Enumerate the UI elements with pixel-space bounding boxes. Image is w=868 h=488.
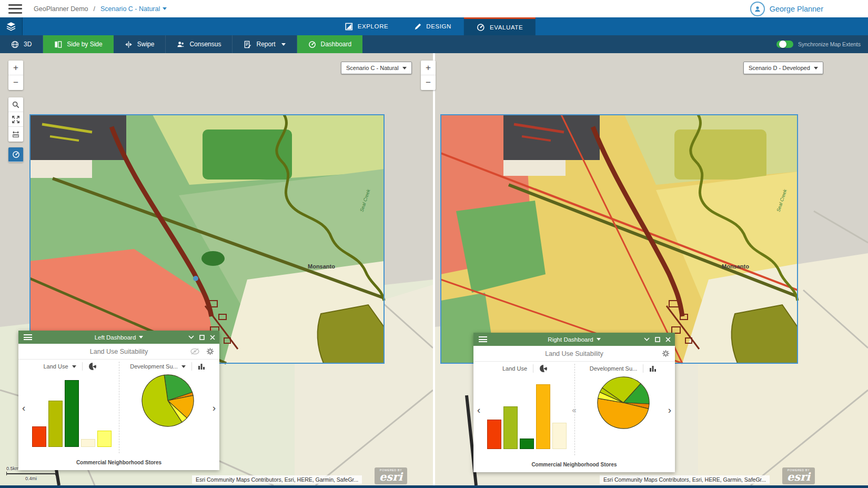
map-label-monsanto: Monsanto <box>308 263 335 270</box>
report-icon <box>244 41 251 48</box>
app-title: GeoPlanner Demo <box>34 5 88 13</box>
left-scenario-selector[interactable]: Scenario C - Natural <box>341 62 412 74</box>
search-button[interactable] <box>8 97 23 112</box>
left-dashboard-title: Left Dashboard <box>95 334 136 341</box>
close-icon[interactable] <box>665 337 671 342</box>
search-icon <box>12 101 19 108</box>
swipe-button[interactable]: Swipe <box>114 35 166 53</box>
avatar <box>750 2 765 16</box>
consensus-button[interactable]: Consensus <box>166 35 233 53</box>
full-extent-button[interactable] <box>8 112 23 127</box>
synchronize-map-extents-control: Synchronize Map Extents <box>776 35 861 53</box>
swipe-icon <box>125 41 133 48</box>
bar-dark-green[interactable] <box>65 380 79 447</box>
gauge-icon <box>477 23 485 32</box>
development-suitability-chart-panel: Development Su... <box>574 362 672 457</box>
chevron-down-icon[interactable] <box>72 365 76 368</box>
gear-icon[interactable] <box>206 347 214 355</box>
maximize-icon[interactable] <box>199 335 205 340</box>
side-by-side-button[interactable]: Side by Side <box>43 35 113 53</box>
left-zoom-controls: + − <box>8 61 23 90</box>
left-development-suitability-pie-chart <box>139 372 196 429</box>
explore-icon <box>345 23 353 31</box>
chevron-down-icon[interactable] <box>181 365 186 368</box>
geoplanner-app: { "topbar": { "app_title": "GeoPlanner D… <box>0 0 868 488</box>
top-bar: GeoPlanner Demo / Scenario C - Natural G… <box>0 0 868 17</box>
scenario-breadcrumb-dropdown[interactable]: Scenario C - Natural <box>100 5 167 13</box>
sync-label: Synchronize Map Extents <box>798 41 861 47</box>
right-development-suitability-pie-chart <box>595 374 652 431</box>
breadcrumb: GeoPlanner Demo / Scenario C - Natural <box>34 5 167 13</box>
side-by-side-icon <box>54 41 62 48</box>
right-map[interactable]: Monsanto Seal Creek Scenario D - Develop… <box>435 53 868 485</box>
right-zoom-controls: + − <box>421 61 436 90</box>
esri-logo[interactable]: POWERED BY esri <box>782 467 815 484</box>
3d-button[interactable]: 3D <box>0 35 43 53</box>
dashboard-toggle-button[interactable] <box>8 147 23 162</box>
bar-pale-cream[interactable] <box>81 439 95 447</box>
left-dashboard-panel: Left Dashboard Land Use Suitability <box>18 331 219 470</box>
bar-yellow-green[interactable] <box>503 406 518 449</box>
esri-logo[interactable]: POWERED BY esri <box>375 467 407 484</box>
zoom-out-button[interactable]: − <box>421 75 436 90</box>
collapse-icon[interactable] <box>644 337 650 341</box>
bar-yellow[interactable] <box>97 431 112 447</box>
report-button[interactable]: Report <box>233 35 297 53</box>
right-dashboard-title: Right Dashboard <box>548 336 593 343</box>
carousel-next-button[interactable]: › <box>213 403 216 413</box>
right-scenario-selector[interactable]: Scenario D - Developed <box>743 62 823 74</box>
bar-chart-icon[interactable] <box>649 365 657 372</box>
zoom-in-button[interactable]: + <box>8 61 23 75</box>
carousel-next-button[interactable]: › <box>668 405 671 415</box>
measure-button[interactable] <box>8 127 23 142</box>
chevron-down-icon[interactable] <box>139 336 143 338</box>
pie-chart-icon[interactable] <box>539 364 548 373</box>
zoom-out-button[interactable]: − <box>8 75 23 90</box>
bar-dark-green[interactable] <box>520 439 534 449</box>
chevron-down-icon <box>281 43 286 46</box>
primary-nav-bar: EXPLORE DESIGN EVALUATE <box>0 17 868 35</box>
sync-toggle[interactable] <box>776 41 793 48</box>
chart-caption: Commercial Neighborhood Stores <box>18 460 219 465</box>
right-dashboard-header[interactable]: Right Dashboard <box>473 333 675 346</box>
bar-pale-cream[interactable] <box>552 423 567 449</box>
tab-evaluate[interactable]: EVALUATE <box>464 17 536 35</box>
right-land-use-bar-chart <box>487 375 567 449</box>
bottom-strip <box>0 485 868 488</box>
left-map[interactable]: Monsanto Seal Creek Scenario C - Natural… <box>0 53 433 485</box>
hamburger-menu-icon[interactable] <box>8 4 22 14</box>
chevron-down-icon <box>814 67 818 69</box>
pie-chart-icon[interactable] <box>88 362 97 371</box>
user-menu[interactable]: George Planner <box>750 0 823 17</box>
bar-chart-icon[interactable] <box>198 363 206 370</box>
person-icon <box>754 5 761 13</box>
close-icon[interactable] <box>210 335 215 340</box>
dashboard-gauge-icon <box>308 41 316 48</box>
bar-yellow-green[interactable] <box>48 401 63 447</box>
left-dashboard-header[interactable]: Left Dashboard <box>18 331 219 344</box>
chart-caption: Commercial Neighborhood Stores <box>473 462 675 467</box>
collapse-icon[interactable] <box>188 335 194 339</box>
chevron-down-icon <box>402 67 407 69</box>
land-use-chart-panel: Land Use <box>476 362 574 457</box>
right-dashboard-panel: Right Dashboard Land Use Suitability ‹ <box>473 333 675 472</box>
dashboard-menu-icon[interactable] <box>24 334 32 340</box>
dashboard-button[interactable]: Dashboard <box>297 35 363 53</box>
bar-amber[interactable] <box>536 384 550 449</box>
left-dashboard-subtitle: Land Use Suitability <box>90 348 148 355</box>
maximize-icon[interactable] <box>655 337 660 342</box>
tab-design[interactable]: DESIGN <box>401 17 464 35</box>
dashboard-menu-icon[interactable] <box>479 336 487 342</box>
gear-icon[interactable] <box>662 350 670 357</box>
bar-red[interactable] <box>32 426 46 447</box>
land-use-chart-panel: Land Use <box>21 360 119 455</box>
bar-red[interactable] <box>487 420 501 449</box>
chevron-down-icon[interactable] <box>597 338 601 341</box>
tab-explore[interactable]: EXPLORE <box>332 17 401 35</box>
map-label-monsanto: Monsanto <box>722 263 749 270</box>
layers-button[interactable] <box>0 17 23 35</box>
left-land-use-bar-chart <box>32 373 112 447</box>
zoom-in-button[interactable]: + <box>421 61 436 75</box>
visibility-icon[interactable] <box>190 348 199 355</box>
right-attribution: Esri Community Maps Contributors, Esri, … <box>600 475 770 484</box>
